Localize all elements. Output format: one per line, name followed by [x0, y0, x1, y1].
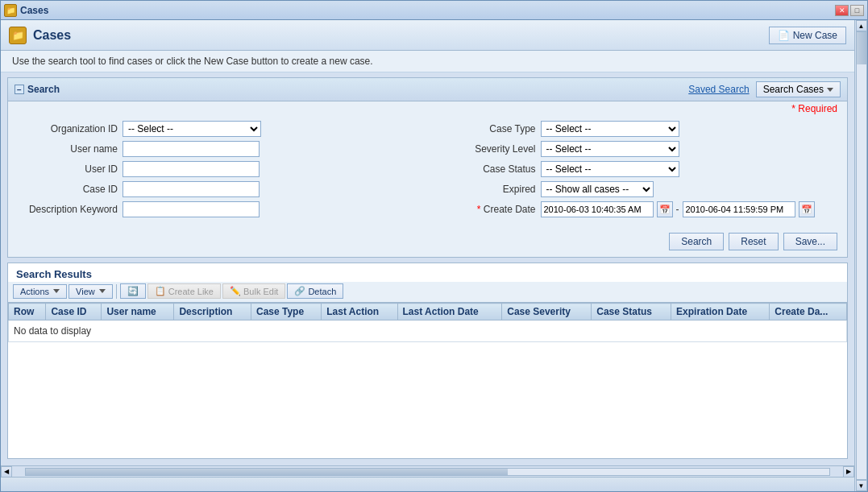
col-case-type: Case Type	[251, 304, 321, 320]
description-keyword-input[interactable]	[123, 201, 260, 217]
search-section: − Search Saved Search Search Cases * Req…	[7, 77, 848, 258]
scroll-up-button[interactable]: ▲	[856, 20, 867, 31]
view-button[interactable]: View	[69, 284, 113, 299]
title-bar: 📁 Cases ✕ □	[1, 1, 867, 20]
case-id-input[interactable]	[123, 181, 260, 197]
detach-button[interactable]: 🔗 Detach	[287, 283, 343, 299]
horizontal-scrollbar[interactable]	[25, 468, 830, 476]
search-form-footer: Search Reset Save...	[8, 228, 847, 257]
new-case-label: New Case	[793, 30, 837, 41]
date-separator: -	[676, 204, 679, 215]
close-button[interactable]: ✕	[835, 5, 849, 16]
maximize-button[interactable]: □	[850, 5, 864, 16]
search-cases-button[interactable]: Search Cases	[756, 81, 841, 97]
case-status-row: Case Status -- Select --	[436, 161, 838, 177]
create-like-button[interactable]: 📋 Create Like	[147, 283, 221, 299]
org-id-select[interactable]: -- Select --	[123, 121, 261, 137]
expired-select[interactable]: -- Show all cases --	[541, 181, 654, 197]
collapse-icon[interactable]: −	[15, 85, 24, 94]
form-col-right: Case Type -- Select -- Severity Level --…	[436, 121, 838, 221]
case-id-label: Case ID	[18, 184, 123, 195]
col-last-action-date: Last Action Date	[397, 304, 502, 320]
col-create-date: Create Da...	[770, 304, 847, 320]
create-date-row: Create Date 📅 - 📅	[436, 201, 838, 217]
col-case-status: Case Status	[592, 304, 671, 320]
col-case-id: Case ID	[46, 304, 102, 320]
scrollbar-thumb-v	[857, 32, 866, 64]
case-status-select[interactable]: -- Select --	[541, 161, 679, 177]
results-section: Search Results Actions View 🔄	[7, 263, 848, 459]
severity-label: Severity Level	[436, 143, 541, 155]
col-case-severity: Case Severity	[502, 304, 592, 320]
table-header: Row Case ID User name Description Case T…	[9, 304, 847, 320]
user-name-label: User name	[18, 143, 123, 155]
horizontal-scroll-area: ◀ ▶	[1, 465, 854, 477]
window-frame: 📁 Cases ✕ □ 📁 Cases 📄 New Case	[0, 0, 868, 492]
create-date-start-input[interactable]	[541, 201, 654, 217]
org-id-row: Organization ID -- Select --	[18, 121, 420, 137]
reset-button[interactable]: Reset	[729, 233, 778, 250]
scrollbar-thumb	[26, 469, 508, 475]
results-title: Search Results	[8, 263, 847, 282]
saved-search-link[interactable]: Saved Search	[688, 84, 749, 95]
table-header-row: Row Case ID User name Description Case T…	[9, 304, 847, 320]
no-data-cell: No data to display	[9, 320, 847, 342]
scroll-right-button[interactable]: ▶	[843, 466, 854, 478]
vertical-scrollbar[interactable]: ▲ ▼	[854, 20, 867, 491]
search-header-right: Saved Search Search Cases	[688, 81, 841, 97]
refresh-icon: 🔄	[127, 286, 139, 296]
case-status-label: Case Status	[436, 163, 541, 175]
expired-label: Expired	[436, 184, 541, 195]
table-body: No data to display	[9, 320, 847, 342]
create-date-label: Create Date	[436, 204, 541, 215]
col-expiration-date: Expiration Date	[671, 304, 770, 320]
description-keyword-label: Description Keyword	[18, 204, 123, 215]
date-range: 📅 - 📅	[541, 201, 815, 217]
col-description: Description	[174, 304, 251, 320]
info-text: Use the search tool to find cases or cli…	[12, 56, 373, 67]
new-case-button[interactable]: 📄 New Case	[769, 27, 846, 44]
scroll-left-button[interactable]: ◀	[1, 466, 12, 478]
search-cases-label: Search Cases	[763, 84, 824, 95]
title-bar-icon: 📁	[4, 4, 17, 17]
calendar-start-button[interactable]: 📅	[657, 201, 673, 217]
title-bar-controls: ✕ □	[835, 5, 864, 16]
results-table: Row Case ID User name Description Case T…	[8, 303, 847, 342]
search-form: Organization ID -- Select -- User name	[8, 114, 847, 228]
refresh-button[interactable]: 🔄	[120, 283, 146, 299]
page-header: 📁 Cases 📄 New Case	[1, 20, 854, 51]
user-id-row: User ID	[18, 161, 420, 177]
cases-icon: 📁	[9, 27, 27, 44]
search-button[interactable]: Search	[669, 233, 724, 250]
scrollbar-track[interactable]	[856, 31, 867, 480]
case-type-row: Case Type -- Select --	[436, 121, 838, 137]
main-area: 📁 Cases 📄 New Case Use the search tool t…	[1, 20, 867, 491]
bulk-edit-button[interactable]: ✏️ Bulk Edit	[222, 283, 285, 299]
case-id-row: Case ID	[18, 181, 420, 197]
search-toggle[interactable]: − Search	[15, 84, 60, 95]
search-title: Search	[27, 84, 60, 95]
detach-icon: 🔗	[294, 286, 305, 296]
create-date-end-input[interactable]	[683, 201, 795, 217]
actions-button[interactable]: Actions	[13, 284, 67, 299]
save-button[interactable]: Save...	[783, 233, 837, 250]
actions-dropdown-icon	[53, 289, 60, 293]
calendar-end-button[interactable]: 📅	[799, 201, 815, 217]
results-table-container[interactable]: Row Case ID User name Description Case T…	[8, 303, 847, 458]
results-toolbar: Actions View 🔄 📋 Create Like	[8, 282, 847, 303]
title-bar-left: 📁 Cases	[4, 4, 48, 17]
form-col-left: Organization ID -- Select -- User name	[18, 121, 420, 221]
case-type-select[interactable]: -- Select --	[541, 121, 679, 137]
search-header: − Search Saved Search Search Cases	[8, 78, 847, 101]
toolbar-separator	[116, 284, 117, 299]
user-id-label: User ID	[18, 163, 123, 175]
required-note: * Required	[8, 101, 847, 114]
search-cases-dropdown-icon	[827, 88, 833, 92]
user-id-input[interactable]	[123, 161, 260, 177]
page-title-area: 📁 Cases	[9, 27, 71, 44]
title-bar-title: Cases	[20, 5, 48, 16]
user-name-row: User name	[18, 141, 420, 157]
scroll-down-button[interactable]: ▼	[856, 480, 867, 491]
user-name-input[interactable]	[123, 141, 260, 157]
severity-select[interactable]: -- Select --	[541, 141, 679, 157]
